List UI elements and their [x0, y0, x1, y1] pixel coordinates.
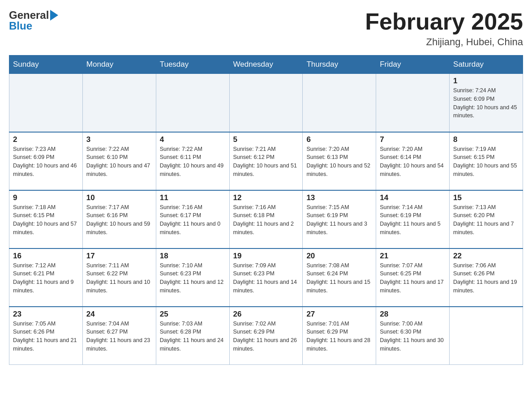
week-row-4: 16Sunrise: 7:12 AMSunset: 6:21 PMDayligh… — [9, 248, 523, 307]
day-info: Sunrise: 7:13 AMSunset: 6:20 PMDaylight:… — [453, 203, 519, 237]
logo: General Blue — [9, 9, 58, 32]
day-info: Sunrise: 7:15 AMSunset: 6:19 PMDaylight:… — [306, 203, 372, 237]
day-number: 28 — [380, 310, 446, 319]
calendar-cell: 13Sunrise: 7:15 AMSunset: 6:19 PMDayligh… — [303, 190, 376, 248]
week-row-2: 2Sunrise: 7:23 AMSunset: 6:09 PMDaylight… — [9, 132, 523, 190]
calendar-cell: 26Sunrise: 7:02 AMSunset: 6:29 PMDayligh… — [229, 307, 303, 365]
day-info: Sunrise: 7:20 AMSunset: 6:13 PMDaylight:… — [306, 145, 372, 179]
day-info: Sunrise: 7:24 AMSunset: 6:09 PMDaylight:… — [453, 86, 519, 120]
calendar-cell: 11Sunrise: 7:16 AMSunset: 6:17 PMDayligh… — [156, 190, 229, 248]
day-number: 21 — [380, 252, 446, 261]
day-number: 15 — [453, 193, 519, 202]
day-info: Sunrise: 7:21 AMSunset: 6:12 PMDaylight:… — [233, 145, 299, 179]
calendar-cell — [82, 74, 156, 132]
day-info: Sunrise: 7:17 AMSunset: 6:16 PMDaylight:… — [86, 203, 152, 237]
day-number: 7 — [380, 135, 446, 144]
day-number: 20 — [306, 252, 372, 261]
calendar-cell — [376, 74, 450, 132]
day-number: 8 — [453, 135, 519, 144]
calendar-cell: 23Sunrise: 7:05 AMSunset: 6:26 PMDayligh… — [9, 307, 83, 365]
day-number: 25 — [160, 310, 226, 319]
day-info: Sunrise: 7:10 AMSunset: 6:23 PMDaylight:… — [160, 261, 226, 295]
day-info: Sunrise: 7:05 AMSunset: 6:26 PMDaylight:… — [13, 320, 79, 353]
week-row-3: 9Sunrise: 7:18 AMSunset: 6:15 PMDaylight… — [9, 190, 523, 248]
calendar-cell: 15Sunrise: 7:13 AMSunset: 6:20 PMDayligh… — [450, 190, 523, 248]
day-info: Sunrise: 7:22 AMSunset: 6:10 PMDaylight:… — [86, 145, 152, 179]
calendar-cell: 10Sunrise: 7:17 AMSunset: 6:16 PMDayligh… — [82, 190, 156, 248]
calendar-subtitle: Zhijiang, Hubei, China — [365, 36, 523, 48]
day-number: 4 — [160, 135, 226, 144]
calendar-cell: 22Sunrise: 7:06 AMSunset: 6:26 PMDayligh… — [450, 248, 523, 307]
day-number: 2 — [13, 135, 79, 144]
calendar-cell: 3Sunrise: 7:22 AMSunset: 6:10 PMDaylight… — [82, 132, 156, 190]
day-info: Sunrise: 7:18 AMSunset: 6:15 PMDaylight:… — [13, 203, 79, 237]
day-number: 18 — [160, 252, 226, 261]
day-number: 26 — [233, 310, 299, 319]
calendar-cell: 7Sunrise: 7:20 AMSunset: 6:14 PMDaylight… — [376, 132, 450, 190]
page-header: General Blue February 2025 Zhijiang, Hub… — [9, 9, 523, 48]
calendar-cell: 6Sunrise: 7:20 AMSunset: 6:13 PMDaylight… — [303, 132, 376, 190]
calendar-cell: 17Sunrise: 7:11 AMSunset: 6:22 PMDayligh… — [82, 248, 156, 307]
day-info: Sunrise: 7:16 AMSunset: 6:18 PMDaylight:… — [233, 203, 299, 237]
day-number: 19 — [233, 252, 299, 261]
day-number: 24 — [86, 310, 152, 319]
day-info: Sunrise: 7:02 AMSunset: 6:29 PMDaylight:… — [233, 320, 299, 353]
day-number: 14 — [380, 193, 446, 202]
day-info: Sunrise: 7:16 AMSunset: 6:17 PMDaylight:… — [160, 203, 226, 237]
calendar-cell — [156, 74, 229, 132]
calendar-cell: 2Sunrise: 7:23 AMSunset: 6:09 PMDaylight… — [9, 132, 83, 190]
calendar-cell: 24Sunrise: 7:04 AMSunset: 6:27 PMDayligh… — [82, 307, 156, 365]
calendar-cell: 21Sunrise: 7:07 AMSunset: 6:25 PMDayligh… — [376, 248, 450, 307]
calendar-cell: 18Sunrise: 7:10 AMSunset: 6:23 PMDayligh… — [156, 248, 229, 307]
logo-triangle-icon — [50, 10, 58, 21]
weekday-header-tuesday: Tuesday — [156, 56, 229, 74]
day-info: Sunrise: 7:06 AMSunset: 6:26 PMDaylight:… — [453, 261, 519, 295]
calendar-cell: 14Sunrise: 7:14 AMSunset: 6:19 PMDayligh… — [376, 190, 450, 248]
calendar-table: SundayMondayTuesdayWednesdayThursdayFrid… — [9, 55, 523, 365]
calendar-cell — [303, 74, 376, 132]
weekday-header-saturday: Saturday — [450, 56, 523, 74]
week-row-1: 1Sunrise: 7:24 AMSunset: 6:09 PMDaylight… — [9, 74, 523, 132]
day-number: 27 — [306, 310, 372, 319]
day-info: Sunrise: 7:23 AMSunset: 6:09 PMDaylight:… — [13, 145, 79, 179]
weekday-header-friday: Friday — [376, 56, 450, 74]
calendar-cell: 9Sunrise: 7:18 AMSunset: 6:15 PMDaylight… — [9, 190, 83, 248]
calendar-cell: 20Sunrise: 7:08 AMSunset: 6:24 PMDayligh… — [303, 248, 376, 307]
calendar-cell: 28Sunrise: 7:00 AMSunset: 6:30 PMDayligh… — [376, 307, 450, 365]
day-info: Sunrise: 7:01 AMSunset: 6:29 PMDaylight:… — [306, 320, 372, 353]
calendar-cell — [450, 307, 523, 365]
day-info: Sunrise: 7:08 AMSunset: 6:24 PMDaylight:… — [306, 261, 372, 295]
day-number: 12 — [233, 193, 299, 202]
day-info: Sunrise: 7:20 AMSunset: 6:14 PMDaylight:… — [380, 145, 446, 179]
day-number: 13 — [306, 193, 372, 202]
calendar-cell: 8Sunrise: 7:19 AMSunset: 6:15 PMDaylight… — [450, 132, 523, 190]
day-number: 9 — [13, 193, 79, 202]
day-number: 23 — [13, 310, 79, 319]
calendar-cell: 25Sunrise: 7:03 AMSunset: 6:28 PMDayligh… — [156, 307, 229, 365]
calendar-cell: 12Sunrise: 7:16 AMSunset: 6:18 PMDayligh… — [229, 190, 303, 248]
day-info: Sunrise: 7:19 AMSunset: 6:15 PMDaylight:… — [453, 145, 519, 179]
day-number: 3 — [86, 135, 152, 144]
day-info: Sunrise: 7:09 AMSunset: 6:23 PMDaylight:… — [233, 261, 299, 295]
week-row-5: 23Sunrise: 7:05 AMSunset: 6:26 PMDayligh… — [9, 307, 523, 365]
calendar-cell: 5Sunrise: 7:21 AMSunset: 6:12 PMDaylight… — [229, 132, 303, 190]
weekday-header-sunday: Sunday — [9, 56, 83, 74]
day-number: 22 — [453, 252, 519, 261]
day-info: Sunrise: 7:22 AMSunset: 6:11 PMDaylight:… — [160, 145, 226, 179]
weekday-header-monday: Monday — [82, 56, 156, 74]
weekday-header-thursday: Thursday — [303, 56, 376, 74]
day-info: Sunrise: 7:07 AMSunset: 6:25 PMDaylight:… — [380, 261, 446, 295]
logo-blue-text: Blue — [9, 20, 32, 32]
day-info: Sunrise: 7:11 AMSunset: 6:22 PMDaylight:… — [86, 261, 152, 295]
calendar-cell — [9, 74, 83, 132]
day-number: 6 — [306, 135, 372, 144]
day-number: 1 — [453, 77, 519, 86]
day-number: 16 — [13, 252, 79, 261]
day-info: Sunrise: 7:12 AMSunset: 6:21 PMDaylight:… — [13, 261, 79, 295]
weekday-header-row: SundayMondayTuesdayWednesdayThursdayFrid… — [9, 56, 523, 74]
day-info: Sunrise: 7:04 AMSunset: 6:27 PMDaylight:… — [86, 320, 152, 353]
calendar-title: February 2025 — [365, 9, 523, 34]
calendar-cell: 19Sunrise: 7:09 AMSunset: 6:23 PMDayligh… — [229, 248, 303, 307]
title-block: February 2025 Zhijiang, Hubei, China — [365, 9, 523, 48]
day-number: 17 — [86, 252, 152, 261]
